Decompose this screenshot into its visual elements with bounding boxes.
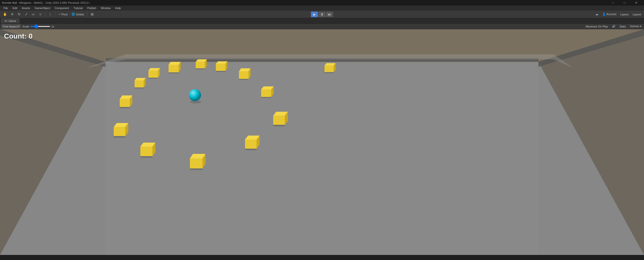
svg-rect-31 — [239, 79, 249, 80]
svg-marker-56 — [245, 140, 257, 149]
menu-tutorial[interactable]: Tutorial — [71, 6, 85, 10]
scale-slider[interactable] — [30, 26, 50, 27]
pivot-label: Pivot — [61, 13, 67, 16]
svg-rect-19 — [169, 72, 179, 73]
layers-label: Layers — [620, 13, 629, 16]
menu-window[interactable]: Window — [99, 6, 113, 10]
svg-rect-15 — [148, 78, 158, 79]
svg-rect-51 — [140, 156, 152, 158]
move-tool-button[interactable]: ✛ — [9, 11, 15, 17]
svg-marker-36 — [120, 99, 130, 107]
pause-button[interactable]: ⏸ — [318, 12, 326, 17]
scale-container: Scale 1x — [22, 25, 54, 28]
svg-point-65 — [190, 101, 201, 104]
svg-rect-59 — [245, 149, 257, 150]
app-title: Rumble Ball - Minigame - WebGL - Unity 2… — [2, 1, 90, 4]
account-label: Account — [606, 13, 616, 16]
svg-point-64 — [189, 89, 201, 101]
svg-rect-43 — [261, 97, 271, 98]
mute-button[interactable]: 🔊 — [611, 24, 617, 28]
minimize-button[interactable]: ─ — [607, 0, 619, 6]
extra-tool-button[interactable]: ⋮ — [47, 11, 53, 17]
account-button[interactable]: 👤 Account — [601, 12, 617, 16]
gizmos-button[interactable]: Gizmos ▾ — [629, 24, 642, 28]
menu-edit[interactable]: Edit — [11, 6, 19, 10]
menu-publish[interactable]: Publish — [85, 6, 98, 10]
svg-rect-55 — [273, 125, 285, 126]
svg-marker-24 — [216, 64, 225, 71]
pivot-button[interactable]: ✓ Pivot — [57, 12, 69, 16]
svg-marker-44 — [114, 127, 125, 136]
maximize-on-play-button[interactable]: Maximize On Play — [585, 25, 609, 28]
game-tab[interactable]: 🎮 Game — [1, 18, 19, 23]
separator-1 — [45, 12, 45, 17]
svg-rect-23 — [196, 68, 205, 69]
global-button[interactable]: 🌐 Global — [70, 12, 85, 16]
svg-marker-25 — [216, 61, 227, 64]
tab-bar: 🎮 Game — [0, 18, 644, 24]
svg-marker-13 — [148, 68, 160, 71]
aspect-chevron-icon: ▾ — [18, 25, 20, 28]
game-icon: 🎮 — [4, 19, 8, 22]
window-controls[interactable]: ─ □ ✕ — [607, 0, 642, 6]
scale-value: 1x — [51, 25, 54, 28]
svg-marker-20 — [196, 62, 205, 68]
global-label: Global — [76, 13, 84, 16]
menu-bar: File Edit Assets GameObject Component Tu… — [0, 6, 644, 11]
svg-rect-47 — [114, 136, 125, 138]
svg-marker-10 — [538, 29, 644, 255]
grid-button[interactable]: ⊞ — [89, 11, 95, 17]
rotate-tool-button[interactable]: ↻ — [16, 11, 22, 17]
gizmos-chevron-icon: ▾ — [640, 25, 641, 28]
svg-marker-32 — [135, 80, 144, 87]
separator-3 — [87, 12, 87, 17]
svg-marker-17 — [169, 62, 181, 65]
scale-label: Scale — [22, 25, 29, 28]
controls-bar: Free Aspect ▾ Scale 1x Maximize On Play … — [0, 24, 644, 29]
menu-help[interactable]: Help — [113, 6, 123, 10]
maximize-button[interactable]: □ — [619, 0, 630, 6]
menu-file[interactable]: File — [2, 6, 10, 10]
svg-marker-60 — [190, 158, 203, 169]
svg-marker-28 — [239, 71, 249, 79]
svg-rect-35 — [135, 87, 144, 88]
title-bar: Rumble Ball - Minigame - WebGL - Unity 2… — [0, 0, 644, 6]
menu-component[interactable]: Component — [53, 6, 71, 10]
layout-button[interactable]: Layout — [632, 12, 642, 16]
play-button[interactable]: ▶ — [311, 12, 318, 17]
game-tab-label: Game — [9, 19, 16, 22]
svg-marker-12 — [148, 71, 158, 78]
global-icon: 🌐 — [71, 13, 75, 16]
game-viewport: Count: 0 — [0, 29, 644, 255]
status-bar — [0, 255, 644, 260]
hand-tool-button[interactable]: ✋ — [2, 11, 8, 17]
aspect-dropdown[interactable]: Free Aspect ▾ — [2, 24, 21, 28]
svg-marker-52 — [273, 116, 285, 125]
svg-marker-40 — [261, 89, 271, 97]
svg-marker-16 — [169, 65, 179, 72]
rect-tool-button[interactable]: ▭ — [30, 11, 36, 17]
playback-controls: ▶ ⏸ ⏭ — [311, 12, 333, 17]
menu-assets[interactable]: Assets — [20, 6, 32, 10]
svg-marker-9 — [0, 29, 106, 255]
layers-button[interactable]: Layers — [619, 12, 630, 16]
separator-2 — [55, 12, 55, 17]
scale-tool-button[interactable]: ⤢ — [23, 11, 29, 17]
svg-rect-39 — [120, 107, 130, 108]
stats-button[interactable]: Stats — [619, 25, 627, 28]
close-button[interactable]: ✕ — [630, 0, 642, 6]
svg-rect-69 — [325, 72, 334, 73]
count-text: Count: 0 — [4, 32, 33, 40]
aspect-label: Free Aspect — [3, 25, 18, 28]
svg-marker-48 — [140, 147, 152, 156]
svg-rect-63 — [190, 169, 203, 170]
gizmos-label: Gizmos — [630, 25, 639, 28]
menu-gameobject[interactable]: GameObject — [33, 6, 52, 10]
layout-label: Layout — [633, 13, 641, 16]
transform-tool-button[interactable]: ⊹ — [37, 11, 43, 17]
controls-right: Maximize On Play 🔊 Stats Gizmos ▾ — [585, 24, 642, 28]
collab-icon[interactable]: ☁ — [594, 12, 599, 16]
toolbar: ✋ ✛ ↻ ⤢ ▭ ⊹ ⋮ ✓ Pivot 🌐 Global ⊞ ▶ ⏸ ⏭ ☁… — [0, 11, 644, 18]
svg-marker-29 — [239, 68, 251, 71]
step-button[interactable]: ⏭ — [326, 12, 333, 17]
